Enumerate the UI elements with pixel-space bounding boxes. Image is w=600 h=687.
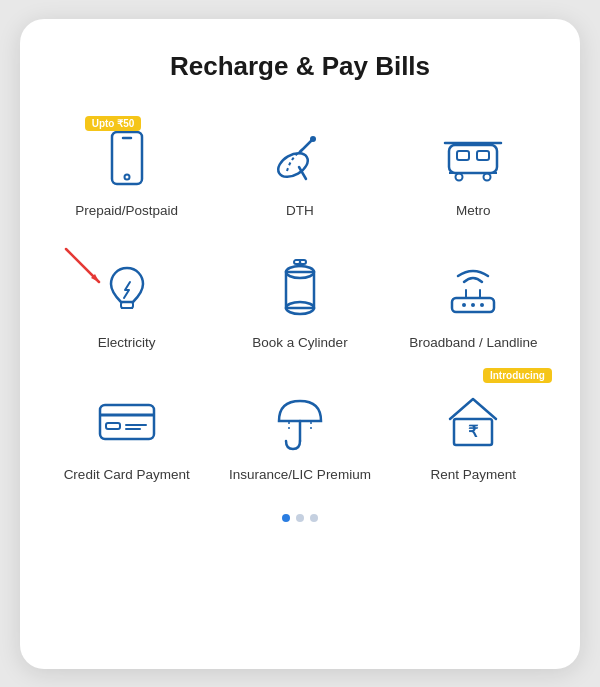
grid-item-dth[interactable]: DTH	[217, 110, 382, 230]
insurance-icon	[271, 391, 329, 453]
services-grid: Upto ₹50 Prepaid/Postpaid	[44, 110, 556, 495]
grid-item-rent[interactable]: Introducing ₹ Rent Payment	[391, 374, 556, 494]
rent-icon: ₹	[444, 391, 502, 453]
credit-card-icon	[96, 399, 158, 445]
svg-rect-31	[106, 423, 120, 429]
dot-3	[310, 514, 318, 522]
svg-point-2	[124, 174, 129, 179]
broadband-icon	[442, 262, 504, 318]
svg-point-24	[462, 303, 466, 307]
main-card: Recharge & Pay Bills Upto ₹50 Prepaid/Po…	[20, 19, 580, 669]
svg-point-12	[484, 173, 491, 180]
svg-point-26	[480, 303, 484, 307]
rent-label: Rent Payment	[431, 466, 517, 484]
grid-item-metro[interactable]: Metro	[391, 110, 556, 230]
svg-point-25	[471, 303, 475, 307]
badge-upto-50: Upto ₹50	[85, 116, 142, 131]
dot-2	[296, 514, 304, 522]
mobile-icon	[101, 128, 153, 188]
badge-introducing: Introducing	[483, 368, 552, 383]
pagination-dots	[44, 514, 556, 522]
svg-rect-0	[112, 132, 142, 184]
svg-rect-8	[457, 151, 469, 160]
grid-item-broadband[interactable]: Broadband / Landline	[391, 242, 556, 362]
svg-rect-9	[477, 151, 489, 160]
insurance-label: Insurance/LIC Premium	[229, 466, 371, 484]
dth-icon	[271, 129, 329, 187]
prepaid-postpaid-label: Prepaid/Postpaid	[75, 202, 178, 220]
grid-item-prepaid-postpaid[interactable]: Upto ₹50 Prepaid/Postpaid	[44, 110, 209, 230]
svg-text:₹: ₹	[468, 423, 479, 440]
metro-label: Metro	[456, 202, 491, 220]
cylinder-icon	[277, 258, 323, 322]
metro-icon	[443, 129, 503, 187]
grid-item-insurance[interactable]: Insurance/LIC Premium	[217, 374, 382, 494]
credit-card-label: Credit Card Payment	[64, 466, 190, 484]
electricity-label: Electricity	[98, 334, 156, 352]
svg-point-11	[456, 173, 463, 180]
dot-1	[282, 514, 290, 522]
svg-point-3	[274, 148, 312, 181]
grid-item-credit-card[interactable]: Credit Card Payment	[44, 374, 209, 494]
cylinder-label: Book a Cylinder	[252, 334, 347, 352]
page-title: Recharge & Pay Bills	[44, 51, 556, 82]
dth-label: DTH	[286, 202, 314, 220]
arrow-indicator	[61, 244, 111, 294]
grid-item-electricity[interactable]: Electricity	[44, 242, 209, 362]
broadband-label: Broadband / Landline	[409, 334, 537, 352]
grid-item-cylinder[interactable]: Book a Cylinder	[217, 242, 382, 362]
svg-point-6	[310, 136, 316, 142]
